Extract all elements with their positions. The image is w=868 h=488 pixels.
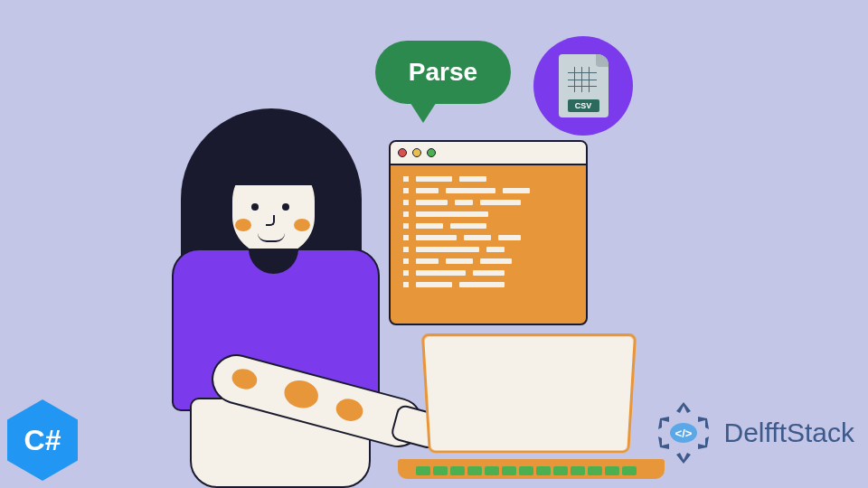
key [450,466,465,475]
code-line [403,247,573,252]
svg-marker-5 [658,417,669,429]
illustration-canvas: Parse CSV [154,54,696,452]
code-bar [416,223,443,229]
code-bar [464,235,491,240]
svg-marker-4 [658,436,669,449]
code-bar [416,270,466,276]
key [467,466,482,475]
cheek-spot [235,219,251,231]
key [605,466,619,475]
bullet-icon [403,200,409,205]
key [433,466,448,475]
code-bar [455,200,473,205]
key [485,466,499,475]
key [622,466,637,475]
code-bar [480,200,521,205]
vitiligo-spot [334,396,365,424]
code-bar [416,188,439,193]
svg-marker-3 [676,453,691,464]
svg-text:</>: </> [675,427,693,440]
vitiligo-spot [281,377,321,412]
code-line [403,282,573,287]
window-header [391,142,586,165]
bullet-icon [403,188,409,193]
brand-logo-icon: </> [651,400,716,465]
code-bar [446,258,473,264]
code-bar [450,223,486,229]
code-line [403,258,573,264]
bullet-icon [403,223,409,229]
code-bar [446,188,495,193]
speech-bubble-tail [407,98,439,123]
traffic-light-green-icon [427,148,436,157]
code-bar [486,247,505,252]
code-bar [416,235,457,240]
code-bar [473,270,505,276]
traffic-light-red-icon [398,148,407,157]
code-bar [459,282,505,287]
code-line [403,200,573,205]
cheek-spot [294,219,310,231]
csv-file-icon: CSV [559,54,609,117]
code-line [403,211,573,217]
key [416,466,430,475]
vitiligo-spot [230,366,259,391]
brand-logo: </> DelfftStack [651,400,854,465]
code-bar [416,200,448,205]
code-line [403,235,573,240]
bubble-text: Parse [409,58,477,87]
laptop [398,334,651,470]
bullet-icon [403,258,409,264]
csharp-label: C# [24,424,61,457]
bullet-icon [403,176,409,182]
eye-left [251,203,259,211]
code-window [389,140,588,325]
code-line [403,176,573,182]
key [588,466,602,475]
bullet-icon [403,247,409,252]
bullet-icon [403,211,409,217]
svg-marker-2 [698,436,709,449]
laptop-keyboard [416,466,637,475]
speech-bubble: Parse [375,41,511,104]
eye-right [282,203,289,211]
key [502,466,516,475]
bullet-icon [403,235,409,240]
code-line [403,223,573,229]
csv-grid-icon [568,67,597,92]
code-line [403,270,573,276]
code-bar [459,176,486,182]
code-bar [480,258,512,264]
traffic-light-yellow-icon [412,148,421,157]
laptop-screen [421,333,637,453]
key [536,466,551,475]
svg-marker-1 [698,417,709,429]
bullet-icon [403,270,409,276]
key [571,466,585,475]
svg-marker-0 [676,402,691,413]
csv-label: CSV [568,99,599,112]
bullet-icon [403,282,409,287]
code-bar [503,188,530,193]
code-bar [498,235,521,240]
csharp-badge: C# [7,399,78,481]
nose [266,215,275,226]
code-line [403,188,573,193]
code-bar [416,211,488,217]
code-body [391,165,586,305]
brand-name: DelfftStack [723,418,854,448]
key [519,466,533,475]
code-bar [416,258,439,264]
csv-badge: CSV [533,36,633,136]
code-bar [416,176,452,182]
key [553,466,568,475]
code-bar [416,247,479,252]
hair-front [217,136,330,185]
code-bar [416,282,452,287]
